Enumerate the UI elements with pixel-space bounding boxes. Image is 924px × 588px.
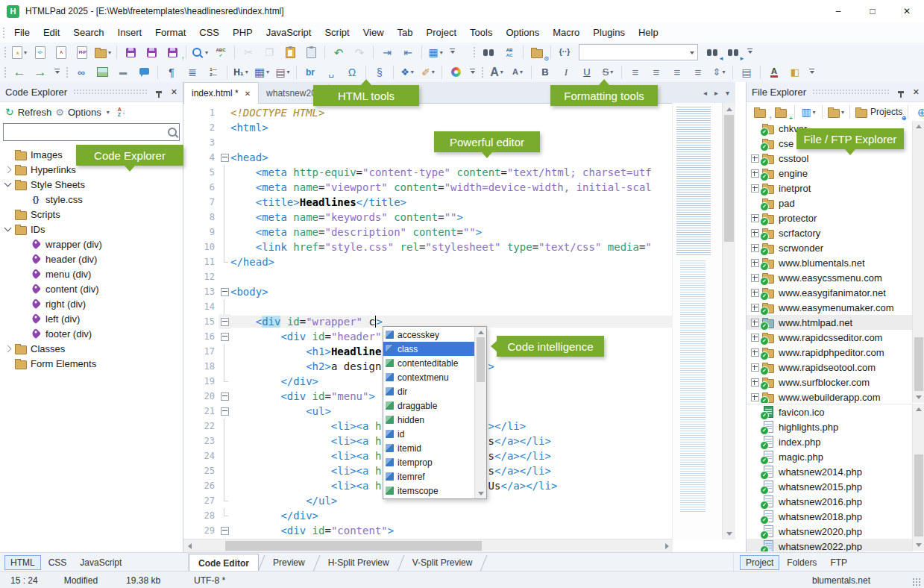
tree-item-content-div[interactable]: content (div) [0,281,183,296]
folder-item-www-easygifanimator-net[interactable]: ✓www.easygifanimator.net [747,285,913,300]
expand-icon[interactable] [4,166,11,173]
line-spacing-icon[interactable]: ⇕▾ [709,64,729,81]
menu-item-view[interactable]: View [356,27,391,38]
gear-icon[interactable]: ⚙ [55,107,64,117]
autocomplete-item-contenteditable[interactable]: contenteditable [383,356,474,370]
close-panel-icon[interactable]: ✕ [913,87,920,97]
view-tab-code-editor[interactable]: Code Editor [189,554,259,572]
code-line[interactable]: 8 <meta name="keywords" content=""> [183,210,673,225]
tree-item-menu-div[interactable]: menu (div) [0,266,183,281]
paste-icon[interactable] [280,44,300,60]
shrink-font-icon[interactable]: A▾ [508,64,527,81]
folders-menu-icon[interactable]: ▾ [826,104,846,120]
publish-icon[interactable]: ⊕↑ [912,104,924,120]
tab-list-icon[interactable]: ▾ [726,89,729,97]
new-php-document-icon[interactable]: PHP [72,44,92,60]
code-line[interactable]: 4<head> [183,150,673,165]
align-justify-icon[interactable]: ≡ [688,64,708,81]
align-right-icon[interactable]: ≡ [667,64,687,81]
navigate-back-icon[interactable]: ← [10,64,29,81]
menu-item-project[interactable]: Project [420,27,463,38]
autocomplete-item-itemscope[interactable]: itemscope [383,484,474,498]
tree-item-ids[interactable]: IDs [0,222,183,237]
panel-tab-ftp[interactable]: FTP [824,555,853,570]
fold-marker-icon[interactable] [221,407,229,416]
folder-item-www-rapidseotool-com[interactable]: ✓www.rapidseotool.com [747,360,913,375]
find-in-files-icon[interactable]: ⊙ [527,44,547,60]
file-item-whatsnew2015-php[interactable]: ✓whatsnew2015.php [747,479,913,494]
folder-item-pad[interactable]: ✓pad [747,196,913,210]
format-overflow-icon[interactable] [807,64,817,81]
code-line[interactable]: 3 [183,135,673,150]
new-document-icon[interactable]: ★▾ [10,44,29,60]
toolbar-grip[interactable] [4,66,7,78]
code-line[interactable]: 5 <meta http-equiv="content-type" conten… [183,165,673,180]
strikethrough-icon[interactable]: S▾ [598,64,617,81]
autocomplete-item-class[interactable]: class [383,342,474,356]
hyperlink-icon[interactable]: ∞ [72,64,91,81]
autocomplete-item-dir[interactable]: dir [383,384,474,398]
expand-plus-icon[interactable] [751,154,759,163]
close-tab-icon[interactable]: ✕ [245,90,251,98]
menu-item-format[interactable]: Format [148,27,192,38]
folder-item-www-webuilderapp-com[interactable]: ✓www.webuilderapp.com [747,390,913,403]
new-html-document-icon[interactable]: </> [31,44,50,60]
view-mode-icon[interactable]: ▥▾ [799,104,818,120]
ordered-list-icon[interactable]: 1—2— [204,64,223,81]
align-center-icon[interactable]: ≡ [647,64,666,81]
menu-item-macro[interactable]: Macro [546,27,586,38]
search-overflow-icon[interactable] [745,44,755,60]
view-tab-preview[interactable]: Preview [264,553,314,572]
tab-scroll-left-icon[interactable]: ◂ [703,89,707,97]
nav-overflow-icon[interactable] [52,64,62,81]
pin-icon[interactable] [898,91,904,93]
paragraph-box-icon[interactable]: ▤ [737,64,756,81]
html-overflow-icon[interactable] [468,64,477,81]
tree-item-wrapper-div[interactable]: wrapper (div) [0,237,183,251]
image-icon[interactable] [92,64,112,81]
code-line[interactable]: 12 [183,269,673,284]
editor-vertical-scrollbar[interactable] [722,103,735,539]
doc-tab-javascript[interactable]: JavaScript [74,555,128,570]
doc-tab-html[interactable]: HTML [4,555,41,570]
fill-color-icon[interactable]: ◧ [785,64,805,81]
menu-item-php[interactable]: PHP [226,27,260,38]
menu-item-insert[interactable]: Insert [111,27,149,38]
menu-item-options[interactable]: Options [499,27,546,38]
expand-plus-icon[interactable] [751,274,759,282]
search-term-combobox-input[interactable] [579,47,686,57]
folder-item-inetprot[interactable]: ✓inetprot [747,181,913,196]
folder-item-www-blumentals-net[interactable]: ✓www.blumentals.net [747,255,913,270]
folder-item-www-htmlpad-net[interactable]: ✓www.htmlpad.net [747,315,913,330]
save-upload-icon[interactable]: ↑ [163,44,182,60]
align-left-icon[interactable]: ≡ [626,64,645,81]
comment-icon[interactable] [134,64,154,81]
table-icon[interactable]: ▦▾ [252,64,271,81]
expand-plus-icon[interactable] [751,393,759,401]
replace-icon[interactable]: ABAC [500,44,519,60]
tag-icon[interactable]: ❖▾ [397,64,417,81]
toolbar-grip[interactable] [66,66,69,78]
pin-icon[interactable] [156,91,162,93]
file-item-favicon-ico[interactable]: ✓favicon.ico [747,404,913,419]
tree-item-header-div[interactable]: header (div) [0,251,183,266]
nbsp-icon[interactable]: ␣ [321,64,341,81]
code-line[interactable]: 28 </div> [183,508,673,523]
menu-item-file[interactable]: File [7,27,37,38]
expand-plus-icon[interactable] [751,289,759,297]
refresh-icon[interactable]: ↻ [5,107,14,117]
search-icon[interactable]: ▾ [190,44,210,60]
menu-item-help[interactable]: Help [632,27,665,38]
doc-tab-css[interactable]: CSS [43,555,73,570]
expand-plus-icon[interactable] [751,184,759,193]
panel-tab-folders[interactable]: Folders [781,555,823,570]
file-item-magic-php[interactable]: ✓magic.php [747,449,913,464]
vertical-scroll-thumb[interactable] [724,115,734,242]
folder-item-www-easymenumaker-com[interactable]: ✓www.easymenumaker.com [747,300,913,315]
tree-item-form-elements[interactable]: Form Elements [0,356,183,371]
indent-icon[interactable]: ⇥ [377,44,397,60]
autocomplete-item-contextmenu[interactable]: contextmenu [383,370,474,384]
special-character-icon[interactable]: Ω [342,64,362,81]
fold-marker-icon[interactable] [221,318,229,326]
close-panel-icon[interactable]: ✕ [171,87,177,97]
